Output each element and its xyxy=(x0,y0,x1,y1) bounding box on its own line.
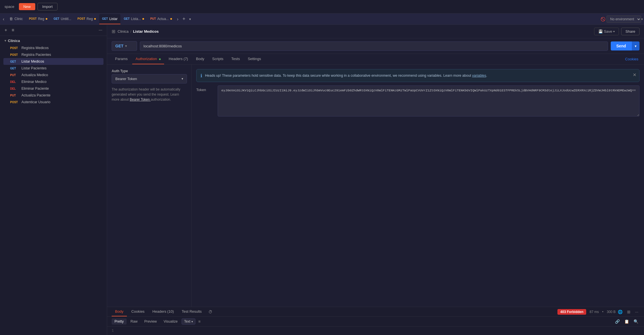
text-format-select[interactable]: Text ▾ xyxy=(182,318,195,325)
response-tab-body[interactable]: Body xyxy=(112,307,127,316)
tab-next-button[interactable]: › xyxy=(175,16,180,23)
history-button[interactable]: ⏱ xyxy=(206,308,215,315)
alert-box: ℹ Heads up! These parameters hold sensit… xyxy=(196,69,639,82)
sidebar-header: + ≡ ··· xyxy=(0,25,107,36)
method-del-icon: DEL xyxy=(10,80,19,83)
auth-right-panel: ℹ Heads up! These parameters hold sensit… xyxy=(192,65,644,307)
collection-clinica: ▾ Clinica POST Registra Medicos POST Reg… xyxy=(0,36,107,107)
add-tab-button[interactable]: + xyxy=(181,16,187,22)
format-preview-button[interactable]: Preview xyxy=(142,318,160,325)
sidebar-item-eliminar-medico[interactable]: DEL Eliminar Medico xyxy=(3,78,103,85)
sidebar-item-registra-medicos[interactable]: POST Registra Medicos xyxy=(3,45,103,51)
tab-dot xyxy=(46,18,47,20)
method-select[interactable]: GET ▾ xyxy=(112,41,137,51)
method-post-icon: POST xyxy=(10,53,19,56)
send-button[interactable]: Send xyxy=(611,41,632,50)
search-icon-button[interactable]: 🔍 xyxy=(632,319,639,324)
alert-close-button[interactable]: ✕ xyxy=(633,72,636,78)
response-tab-cookies[interactable]: Cookies xyxy=(128,307,148,316)
sidebar-add-button[interactable]: + xyxy=(3,27,8,33)
tab-prev-button[interactable]: ‹ xyxy=(1,16,6,23)
variables-link[interactable]: variables xyxy=(472,74,486,78)
request-label: Actualiza Paciente xyxy=(21,93,50,97)
link-icon-button[interactable]: 🔗 xyxy=(614,319,621,324)
request-label: Listar Pacientes xyxy=(21,66,47,70)
auth-left-panel: Auth Type Bearer Token ▾ The authorizati… xyxy=(107,65,192,307)
sidebar-item-registra-pacientes[interactable]: POST Registra Pacientes xyxy=(3,51,103,58)
bearer-token-link[interactable]: Bearer Token xyxy=(130,98,151,102)
sidebar: + ≡ ··· ▾ Clinica POST Registra Medicos … xyxy=(0,25,107,335)
auth-type-select[interactable]: Bearer Token ▾ xyxy=(112,74,187,83)
format-raw-button[interactable]: Raw xyxy=(128,318,140,325)
tab-dot xyxy=(170,18,172,20)
response-tab-test-results[interactable]: Test Results xyxy=(178,307,205,316)
format-pretty-button[interactable]: Pretty xyxy=(112,318,127,325)
sidebar-more-button[interactable]: ··· xyxy=(98,27,103,33)
tab-tests[interactable]: Tests xyxy=(228,54,243,64)
collection-header[interactable]: ▾ Clinica xyxy=(3,37,103,45)
tab-method-post: POST xyxy=(78,17,85,20)
auth-type-label: Auth Type xyxy=(112,69,187,73)
import-button[interactable]: Import xyxy=(38,3,58,10)
sidebar-item-autenticar-usuario[interactable]: POST Autenticar Usuario xyxy=(3,99,103,105)
sidebar-item-eliminar-paciente[interactable]: DEL Eliminar Paciente xyxy=(3,85,103,92)
wrap-lines-button[interactable]: ≡ xyxy=(197,319,202,324)
breadcrumb-parent[interactable]: Clinica xyxy=(118,29,129,34)
method-put-icon: PUT xyxy=(10,94,19,97)
request-label: Actualiza Medico xyxy=(21,73,48,77)
method-del-icon: DEL xyxy=(10,87,19,90)
tab-dot xyxy=(142,18,144,20)
dot-separator: • xyxy=(602,310,603,314)
tab-params[interactable]: Params xyxy=(112,54,131,64)
url-bar: GET ▾ Send ▾ xyxy=(107,38,644,54)
tab-get-listar[interactable]: GET Listar xyxy=(99,14,120,24)
tab-get-lista2[interactable]: GET Lista... xyxy=(121,14,147,24)
response-tab-headers[interactable]: Headers (10) xyxy=(149,307,177,316)
send-dropdown-button[interactable]: ▾ xyxy=(632,41,639,50)
url-input[interactable] xyxy=(140,41,608,51)
tab-put-actua[interactable]: PUT Actua... xyxy=(147,14,175,24)
tab-body[interactable]: Body xyxy=(193,54,208,64)
new-button[interactable]: New xyxy=(19,3,35,10)
save-chevron-icon: ▾ xyxy=(613,30,615,33)
share-button[interactable]: Share xyxy=(621,28,639,35)
tab-label: Actua... xyxy=(157,17,169,21)
trash-icon: 🗑 xyxy=(9,17,13,21)
tab-dropdown-button[interactable]: ▾ xyxy=(188,17,193,21)
copy-icon-button[interactable]: 📋 xyxy=(623,319,630,324)
save-button[interactable]: 💾 Save ▾ xyxy=(594,28,619,35)
content-area: ⊞ Clinica / Listar Medicos 💾 Save ▾ Shar… xyxy=(107,25,644,335)
globe-icon-button[interactable]: 🌐 xyxy=(617,309,624,315)
tabs-bar: ‹ 🗑 Clinic POST Reg GET Untitl... POST R… xyxy=(0,14,644,25)
tab-cookies[interactable]: Cookies xyxy=(624,54,639,64)
tab-post-reg-2[interactable]: POST Reg xyxy=(75,14,99,24)
request-label: Eliminar Medico xyxy=(21,80,47,84)
sidebar-item-actualiza-medico[interactable]: PUT Actualiza Medico xyxy=(3,72,103,78)
response-size: 300 B xyxy=(607,310,616,314)
token-input[interactable]: eyJ0eXAiOiJKV1QiLCJhbGciOiJIUzI1NiJ9.eyJ… xyxy=(218,85,639,116)
tab-post-reg-1[interactable]: POST Reg xyxy=(26,14,50,24)
environment-select[interactable]: No environment xyxy=(606,16,641,23)
tab-settings[interactable]: Settings xyxy=(244,54,264,64)
more-options-button[interactable]: ··· xyxy=(634,309,639,315)
table-icon-button[interactable]: ⊞ xyxy=(626,309,632,315)
token-label: Token xyxy=(196,85,213,92)
tab-method-get: GET xyxy=(54,17,59,20)
tab-get-untitl[interactable]: GET Untitl... xyxy=(51,14,74,24)
tab-authorization[interactable]: Authorization xyxy=(132,54,164,64)
breadcrumb: Clinica / Listar Medicos xyxy=(118,29,159,34)
authorization-dot xyxy=(159,58,161,60)
format-visualize-button[interactable]: Visualize xyxy=(161,318,180,325)
format-bar: Pretty Raw Preview Visualize Text ▾ ≡ 🔗 … xyxy=(107,317,644,327)
sidebar-filter-button[interactable]: ≡ xyxy=(10,27,15,33)
tab-clinic[interactable]: 🗑 Clinic xyxy=(6,14,25,24)
send-group: Send ▾ xyxy=(611,41,639,50)
tab-scripts[interactable]: Scripts xyxy=(209,54,227,64)
tab-method-get: GET xyxy=(102,17,108,20)
sidebar-item-listar-pacientes[interactable]: GET Listar Pacientes xyxy=(3,65,103,72)
sidebar-item-actualiza-paciente[interactable]: PUT Actualiza Paciente xyxy=(3,92,103,99)
sidebar-item-listar-medicos[interactable]: GET Listar Medicos xyxy=(3,58,103,65)
tab-headers[interactable]: Headers (7) xyxy=(165,54,191,64)
method-chevron-icon: ▾ xyxy=(125,44,127,48)
request-label: Autenticar Usuario xyxy=(21,100,50,104)
